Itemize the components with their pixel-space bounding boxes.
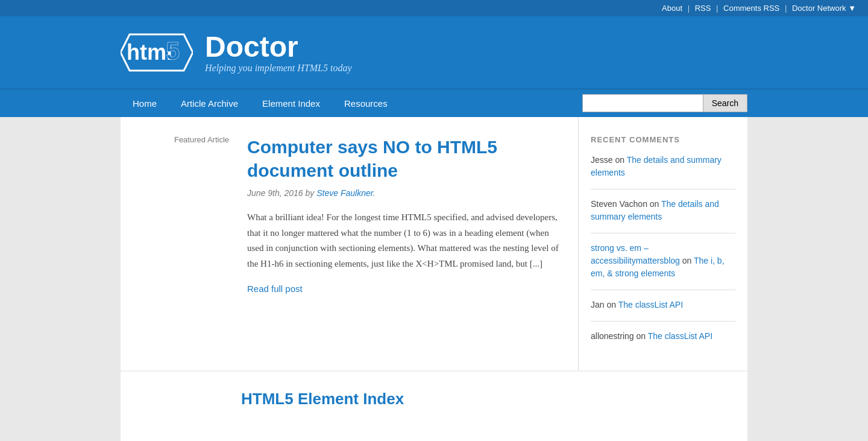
sidebar-divider — [591, 233, 735, 233]
element-index-title: HTML5 Element Index — [241, 390, 735, 408]
comment-item: Jan on The classList API — [591, 299, 735, 311]
svg-text:5: 5 — [166, 37, 180, 65]
comment-author: Jesse — [591, 155, 613, 165]
comment-item: strong vs. em – accessibilitymattersblog… — [591, 242, 735, 280]
nav-element-index[interactable]: Element Index — [250, 91, 332, 116]
sidebar-title: RECENT COMMENTS — [591, 135, 735, 144]
comment-connector: on — [637, 331, 648, 341]
article-body: What a brilliant idea! For the longest t… — [247, 210, 560, 271]
comments-rss-link[interactable]: Comments RSS — [723, 4, 779, 13]
bottom-section: HTML5 Element Index — [121, 370, 747, 420]
nav-home[interactable]: Home — [121, 91, 169, 116]
article-meta: June 9th, 2016 by Steve Faulkner. — [247, 188, 560, 198]
comment-author: allonestring — [591, 331, 634, 341]
article-author-link[interactable]: Steve Faulkner — [316, 188, 373, 198]
site-subtitle: Helping you implement HTML5 today — [205, 63, 352, 74]
site-title: Doctor — [205, 31, 352, 63]
logo-text: Doctor Helping you implement HTML5 today — [205, 31, 352, 74]
site-header: html 5 Doctor Helping you implement HTML… — [0, 16, 868, 89]
comment-link[interactable]: The classList API — [648, 331, 712, 341]
top-bar: About | RSS | Comments RSS | Doctor Netw… — [0, 0, 868, 16]
search-form: Search — [582, 89, 747, 117]
main-content: Featured Article Computer says NO to HTM… — [121, 117, 747, 441]
sidebar: RECENT COMMENTS Jesse on The details and… — [579, 117, 747, 370]
content-wrapper: Featured Article Computer says NO to HTM… — [121, 117, 747, 370]
comment-author: Jan — [591, 300, 605, 309]
comment-author: Steven Vachon — [591, 199, 647, 209]
comment-connector: on — [615, 155, 626, 165]
featured-label: Featured Article — [121, 117, 241, 370]
search-button[interactable]: Search — [703, 94, 747, 112]
nav-resources[interactable]: Resources — [332, 91, 400, 116]
nav-links: Home Article Archive Element Index Resou… — [121, 91, 582, 116]
comment-connector: on — [682, 256, 694, 265]
comment-item: Jesse on The details and summary element… — [591, 154, 735, 179]
about-link[interactable]: About — [662, 4, 682, 13]
comment-author-link[interactable]: strong vs. em – accessibilitymattersblog — [591, 243, 680, 265]
comment-connector: on — [650, 199, 661, 209]
navigation: Home Article Archive Element Index Resou… — [0, 89, 868, 117]
featured-article: Computer says NO to HTML5 document outli… — [241, 117, 579, 370]
read-more-link[interactable]: Read full post — [247, 284, 303, 294]
search-input[interactable] — [582, 94, 703, 112]
sep2: | — [716, 4, 718, 13]
sidebar-divider — [591, 321, 735, 322]
logo-icon: html 5 — [121, 28, 193, 77]
sidebar-divider — [591, 290, 735, 290]
nav-article-archive[interactable]: Article Archive — [169, 91, 250, 116]
sep3: | — [785, 4, 787, 13]
doctor-network-link[interactable]: Doctor Network ▼ — [792, 4, 856, 13]
article-date: June 9th, 2016 by — [247, 188, 314, 198]
comment-item: allonestring on The classList API — [591, 330, 735, 343]
sep1: | — [688, 4, 690, 13]
comment-link[interactable]: The classList API — [618, 300, 683, 309]
article-title: Computer says NO to HTML5 document outli… — [247, 135, 560, 182]
comment-item: Steven Vachon on The details and summary… — [591, 198, 735, 223]
rss-link[interactable]: RSS — [695, 4, 711, 13]
comment-connector: on — [606, 300, 618, 309]
sidebar-divider — [591, 189, 735, 189]
